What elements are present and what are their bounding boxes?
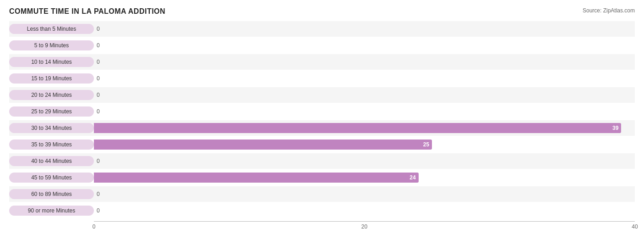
bar-label: 10 to 14 Minutes xyxy=(9,57,94,67)
bar-area: 39 xyxy=(94,120,635,136)
bar-area: 25 xyxy=(94,137,635,152)
bar-row: 5 to 9 Minutes0 xyxy=(9,38,635,53)
bar-label: 15 to 19 Minutes xyxy=(9,73,94,84)
bar-label: 30 to 34 Minutes xyxy=(9,123,94,133)
bar-area: 0 xyxy=(94,153,635,169)
bar-area: 0 xyxy=(94,87,635,103)
bar-value: 24 xyxy=(409,174,418,181)
bar-area: 0 xyxy=(94,38,635,53)
bar-value-zero: 0 xyxy=(94,26,100,32)
bar-label: 45 to 59 Minutes xyxy=(9,173,94,183)
bar-fill: 39 xyxy=(94,123,621,133)
bar-label: 60 to 89 Minutes xyxy=(9,189,94,199)
bar-area: 0 xyxy=(94,104,635,119)
bar-row: Less than 5 Minutes0 xyxy=(9,21,635,37)
bar-value: 25 xyxy=(423,141,432,148)
bar-label: 20 to 24 Minutes xyxy=(9,90,94,100)
chart-container: COMMUTE TIME IN LA PALOMA ADDITION Sourc… xyxy=(0,0,644,240)
x-tick: 0 xyxy=(93,223,96,230)
bar-fill: 24 xyxy=(94,173,419,183)
bar-area: 24 xyxy=(94,170,635,185)
bar-row: 10 to 14 Minutes0 xyxy=(9,54,635,70)
bar-area: 0 xyxy=(94,21,635,37)
bar-area: 0 xyxy=(94,54,635,70)
bar-label: 40 to 44 Minutes xyxy=(9,156,94,166)
bar-row: 25 to 29 Minutes0 xyxy=(9,104,635,119)
bar-label: 25 to 29 Minutes xyxy=(9,106,94,117)
bar-value-zero: 0 xyxy=(94,191,100,197)
bar-value-zero: 0 xyxy=(94,108,100,115)
bar-label: Less than 5 Minutes xyxy=(9,24,94,34)
bar-row: 60 to 89 Minutes0 xyxy=(9,186,635,202)
bar-row: 15 to 19 Minutes0 xyxy=(9,71,635,86)
bar-value-zero: 0 xyxy=(94,92,100,98)
x-tick: 20 xyxy=(361,223,367,230)
bar-value-zero: 0 xyxy=(94,59,100,65)
bar-value-zero: 0 xyxy=(94,42,100,49)
bar-area: 0 xyxy=(94,186,635,202)
bar-label: 35 to 39 Minutes xyxy=(9,140,94,150)
bar-area: 0 xyxy=(94,71,635,86)
chart-title: COMMUTE TIME IN LA PALOMA ADDITION xyxy=(9,7,165,16)
bar-fill: 25 xyxy=(94,140,432,150)
bar-label: 90 or more Minutes xyxy=(9,206,94,216)
bar-value-zero: 0 xyxy=(94,207,100,214)
chart-source: Source: ZipAtlas.com xyxy=(583,7,635,14)
bar-value: 39 xyxy=(612,125,621,131)
bar-value-zero: 0 xyxy=(94,75,100,82)
bar-row: 90 or more Minutes0 xyxy=(9,203,635,218)
bar-area: 0 xyxy=(94,203,635,218)
chart-body: Less than 5 Minutes05 to 9 Minutes010 to… xyxy=(9,21,635,218)
bar-row: 30 to 34 Minutes39 xyxy=(9,120,635,136)
bar-row: 45 to 59 Minutes24 xyxy=(9,170,635,185)
x-axis: 02040 xyxy=(94,221,635,230)
bar-row: 40 to 44 Minutes0 xyxy=(9,153,635,169)
bar-value-zero: 0 xyxy=(94,158,100,164)
bar-row: 20 to 24 Minutes0 xyxy=(9,87,635,103)
bar-label: 5 to 9 Minutes xyxy=(9,40,94,50)
x-tick: 40 xyxy=(632,223,638,230)
bar-row: 35 to 39 Minutes25 xyxy=(9,137,635,152)
chart-header: COMMUTE TIME IN LA PALOMA ADDITION Sourc… xyxy=(9,7,635,16)
